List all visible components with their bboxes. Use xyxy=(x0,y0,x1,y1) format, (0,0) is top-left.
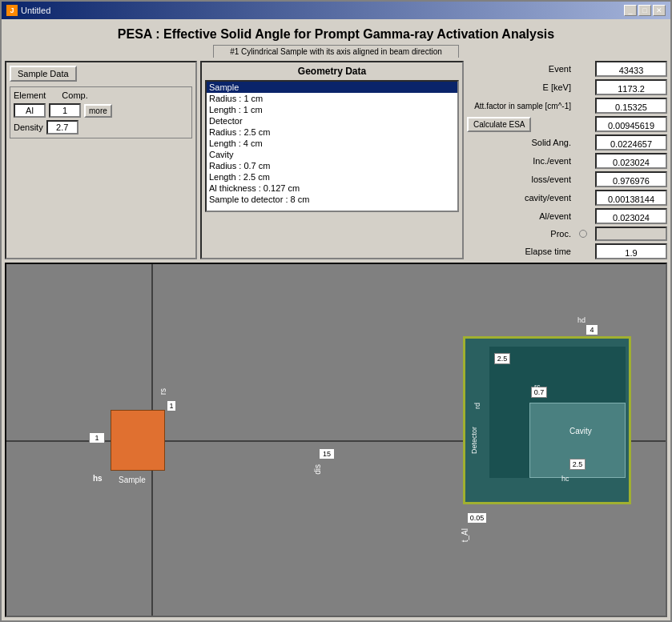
hd-value-box: 4 xyxy=(585,324,598,335)
event-row: Event 43433 xyxy=(467,61,667,77)
al-row: Al/event 0.023024 xyxy=(467,208,667,224)
visualization-area: 1 1 hs rs Sample 15 dis xyxy=(5,263,667,617)
geometry-panel: Geometry Data SampleRadius : 1 cmLength … xyxy=(200,61,464,259)
event-label: Event xyxy=(467,64,571,74)
comp-input[interactable] xyxy=(49,103,81,118)
att-value: 0.15325 xyxy=(595,98,667,114)
title-bar: J Untitled _ □ ✕ xyxy=(2,2,670,19)
proc-row: Proc. xyxy=(467,227,667,241)
window-title: Untitled xyxy=(21,6,50,15)
comp-col-header: Comp. xyxy=(62,90,87,100)
tab-1[interactable]: #1 Cylindrical Sample with its axis alig… xyxy=(213,45,459,58)
geo-list-item[interactable]: Length : 4 cm xyxy=(207,138,457,149)
main-title: PESA : Effective Solid Angle for Prompt … xyxy=(5,22,667,45)
energy-label: E [keV] xyxy=(467,82,571,92)
inc-label: Inc./event xyxy=(467,156,571,166)
loss-value: 0.976976 xyxy=(595,171,667,187)
dis-value-box: 15 xyxy=(319,448,335,459)
density-row: Density xyxy=(14,120,188,134)
hc-label: hc xyxy=(561,475,569,483)
top-section: Sample Data Element Comp. more Density xyxy=(5,61,667,259)
event-value: 43433 xyxy=(595,61,667,77)
hc-value-box: 2.5 xyxy=(569,459,585,470)
proc-label: Proc. xyxy=(467,229,571,239)
loss-row: loss/event 0.976976 xyxy=(467,171,667,187)
rd-label: rd xyxy=(473,403,481,409)
solid-label: Solid Ang. xyxy=(467,138,571,147)
hs-label: hs xyxy=(93,474,103,483)
geometry-title: Geometry Data xyxy=(205,66,459,77)
solid-value: 0.0224657 xyxy=(595,134,667,150)
calc-value: 0.00945619 xyxy=(595,116,667,132)
close-button[interactable]: ✕ xyxy=(653,5,666,16)
hd-label: hd xyxy=(577,316,585,324)
tab-bar: #1 Cylindrical Sample with its axis alig… xyxy=(5,45,667,58)
calculate-esa-button[interactable]: Calculate ESA xyxy=(467,117,531,132)
proc-progress-bar xyxy=(595,227,667,241)
t-al-label: t_Al xyxy=(461,528,469,544)
hs-value-box: 1 xyxy=(89,432,105,443)
dis-label: dis xyxy=(313,464,322,476)
al-label: Al/event xyxy=(467,211,571,221)
right-panel: Event 43433 E [keV] 1173.2 Att.factor in… xyxy=(467,61,667,259)
geo-list-item[interactable]: Cavity xyxy=(207,149,457,160)
detector-outer: Cavity 2.5 rd 4 hd 0.7 rc 2.5 xyxy=(463,336,631,504)
rs-label: rs xyxy=(159,388,167,397)
att-label: Att.factor in sample [cm^-1] xyxy=(467,102,571,110)
energy-row: E [keV] 1173.2 xyxy=(467,79,667,95)
detector-text-label: Detector xyxy=(470,427,478,454)
geo-list-item[interactable]: Radius : 1 cm xyxy=(207,93,457,104)
att-row: Att.factor in sample [cm^-1] 0.15325 xyxy=(467,98,667,114)
rc-label: rc xyxy=(534,383,541,391)
geo-list-item[interactable]: Length : 2.5 cm xyxy=(207,171,457,183)
app-icon: J xyxy=(6,5,18,16)
element-input[interactable] xyxy=(14,103,46,118)
element-table-header: Element Comp. xyxy=(14,90,188,100)
title-bar-buttons: _ □ ✕ xyxy=(624,5,666,16)
geo-list-item[interactable]: Radius : 2.5 cm xyxy=(207,126,457,138)
density-input[interactable] xyxy=(46,120,78,134)
content-area: PESA : Effective Solid Angle for Prompt … xyxy=(2,19,670,620)
minimize-button[interactable]: _ xyxy=(624,5,637,16)
geo-list-item[interactable]: Al thickness : 0.127 cm xyxy=(207,183,457,194)
sample-label: Sample xyxy=(119,476,146,484)
cavity-value: 0.00138144 xyxy=(595,190,667,206)
al-value: 0.023024 xyxy=(595,208,667,224)
inc-row: Inc./event 0.023024 xyxy=(467,153,667,169)
geo-list-item[interactable]: Radius : 0.7 cm xyxy=(207,160,457,171)
element-col-header: Element xyxy=(14,90,46,100)
title-bar-left: J Untitled xyxy=(6,5,50,16)
main-window: J Untitled _ □ ✕ PESA : Effective Solid … xyxy=(0,0,672,622)
element-row-1: more xyxy=(14,103,188,118)
solid-row: Solid Ang. 0.0224657 xyxy=(467,134,667,150)
inc-value: 0.023024 xyxy=(595,153,667,169)
maximize-button[interactable]: □ xyxy=(638,5,651,16)
density-label: Density xyxy=(14,122,43,132)
cavity-row: cavity/event 0.00138144 xyxy=(467,190,667,206)
sample-data-panel: Sample Data Element Comp. more Density xyxy=(5,61,197,259)
cavity-text-label: Cavity xyxy=(569,427,592,435)
element-table: Element Comp. more Density xyxy=(10,86,192,138)
sample-data-button[interactable]: Sample Data xyxy=(10,66,77,82)
geo-list-item[interactable]: Length : 1 cm xyxy=(207,104,457,115)
proc-radio[interactable] xyxy=(579,230,587,238)
cavity-label: cavity/event xyxy=(467,193,571,203)
rs-value-box: 1 xyxy=(167,400,176,411)
more-button[interactable]: more xyxy=(84,104,112,118)
geometry-listbox[interactable]: SampleRadius : 1 cmLength : 1 cmDetector… xyxy=(205,80,459,212)
elapse-value: 1.9 xyxy=(595,243,667,259)
calc-row: Calculate ESA 0.00945619 xyxy=(467,116,667,132)
geo-list-item[interactable]: Detector xyxy=(207,115,457,126)
energy-value: 1173.2 xyxy=(595,79,667,95)
t-al-value-box: 0.05 xyxy=(467,512,487,524)
geo-list-item[interactable]: Sample to detector : 8 cm xyxy=(207,194,457,205)
elapse-row: Elapse time 1.9 xyxy=(467,243,667,259)
geo-list-item[interactable]: Sample xyxy=(207,82,457,93)
loss-label: loss/event xyxy=(467,175,571,184)
sample-rect xyxy=(111,410,165,471)
rd-value-box: 2.5 xyxy=(494,353,510,364)
elapse-label: Elapse time xyxy=(467,247,571,256)
